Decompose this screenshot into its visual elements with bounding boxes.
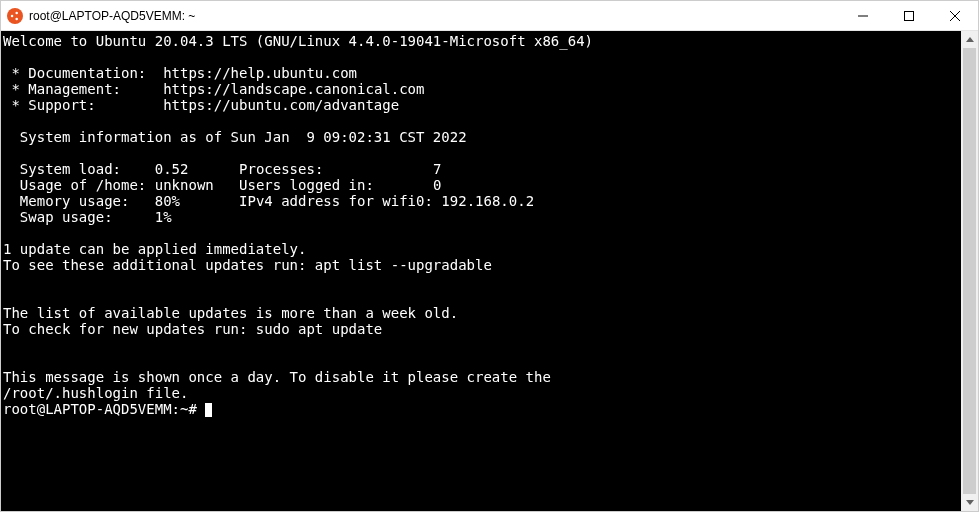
doc-url: https://help.ubuntu.com (163, 65, 357, 81)
scroll-down-arrow-icon[interactable] (961, 494, 978, 511)
maximize-button[interactable] (886, 1, 932, 30)
swap-value: 1% (155, 209, 172, 225)
terminal-window: root@LAPTOP-AQD5VEMM: ~ Welcome to Ubunt… (0, 0, 979, 512)
svg-marker-7 (966, 37, 974, 42)
svg-point-0 (11, 14, 14, 17)
shell-prompt: root@LAPTOP-AQD5VEMM:~# (3, 401, 197, 417)
usage-home-label: Usage of /home: (3, 177, 146, 193)
users-value: 0 (433, 177, 441, 193)
users-label: Users logged in: (239, 177, 374, 193)
memory-label: Memory usage: (3, 193, 129, 209)
svg-point-1 (15, 11, 18, 14)
support-url: https://ubuntu.com/advantage (163, 97, 399, 113)
window-controls (840, 1, 978, 30)
scroll-up-arrow-icon[interactable] (961, 31, 978, 48)
ipv4-value: 192.168.0.2 (441, 193, 534, 209)
cursor (205, 403, 212, 417)
support-label: * Support: (3, 97, 96, 113)
stale-line1: The list of available updates is more th… (3, 305, 458, 321)
window-title: root@LAPTOP-AQD5VEMM: ~ (29, 9, 195, 23)
usage-home-value: unknown (155, 177, 214, 193)
svg-rect-4 (905, 11, 914, 20)
doc-label: * Documentation: (3, 65, 146, 81)
mgmt-label: * Management: (3, 81, 121, 97)
minimize-button[interactable] (840, 1, 886, 30)
svg-point-2 (15, 17, 18, 20)
swap-label: Swap usage: (3, 209, 113, 225)
sysinfo-header: System information as of Sun Jan 9 09:02… (3, 129, 467, 145)
content-area: Welcome to Ubuntu 20.04.3 LTS (GNU/Linux… (1, 31, 978, 511)
processes-value: 7 (433, 161, 441, 177)
svg-marker-8 (966, 500, 974, 505)
hush-line1: This message is shown once a day. To dis… (3, 369, 551, 385)
hush-line2: /root/.hushlogin file. (3, 385, 188, 401)
terminal-output[interactable]: Welcome to Ubuntu 20.04.3 LTS (GNU/Linux… (1, 31, 961, 511)
ubuntu-icon (7, 8, 23, 24)
vertical-scrollbar[interactable] (961, 31, 978, 511)
titlebar[interactable]: root@LAPTOP-AQD5VEMM: ~ (1, 1, 978, 31)
scrollbar-thumb[interactable] (963, 48, 976, 494)
sysload-value: 0.52 (155, 161, 189, 177)
scrollbar-track[interactable] (961, 48, 978, 494)
mgmt-url: https://landscape.canonical.com (163, 81, 424, 97)
updates-line1: 1 update can be applied immediately. (3, 241, 306, 257)
memory-value: 80% (155, 193, 180, 209)
ipv4-label: IPv4 address for wifi0: (239, 193, 433, 209)
processes-label: Processes: (239, 161, 323, 177)
close-button[interactable] (932, 1, 978, 30)
motd-welcome: Welcome to Ubuntu 20.04.3 LTS (GNU/Linux… (3, 33, 593, 49)
sysload-label: System load: (3, 161, 121, 177)
stale-line2: To check for new updates run: sudo apt u… (3, 321, 382, 337)
updates-line2: To see these additional updates run: apt… (3, 257, 492, 273)
